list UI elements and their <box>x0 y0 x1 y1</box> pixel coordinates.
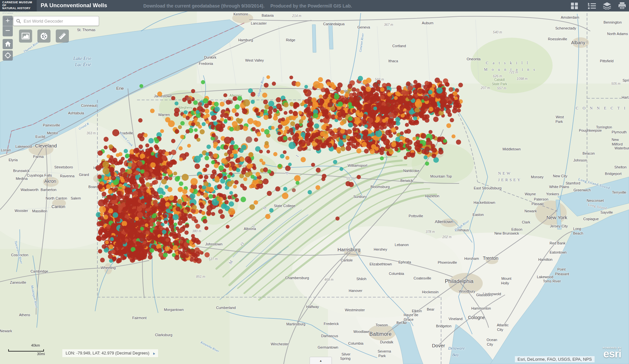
locate-button[interactable] <box>3 50 13 61</box>
draw-tool-button[interactable] <box>37 29 51 43</box>
zoom-out-button[interactable]: − <box>3 26 13 36</box>
layers-icon <box>602 2 612 10</box>
page-title: PA Unconventional Wells <box>41 2 107 9</box>
legend-button[interactable] <box>587 2 597 10</box>
app-header: CARNEGIE MUSEUM OF NATURAL HISTORY ONE O… <box>0 0 629 11</box>
plus-icon: + <box>6 16 10 25</box>
up-arrow-icon: ▲ <box>319 359 322 362</box>
scale-mi-label: 30mi <box>37 352 45 356</box>
wells-layer[interactable] <box>0 0 629 364</box>
scale-bar-line <box>8 349 44 352</box>
legend-icon <box>587 2 597 10</box>
measure-ruler-icon <box>58 32 67 40</box>
pa-wells-map-app: { "header": { "logo_line1": "CARNEGIE MU… <box>0 0 629 364</box>
coordinate-readout: LON: -79.949, LAT: 42.979 (Decimal Degre… <box>62 349 158 357</box>
locate-crosshair-icon <box>5 52 11 59</box>
attribution-expander-button[interactable]: ▲ <box>310 357 332 364</box>
header-subtitle: Download the current geodatabase (throug… <box>143 3 356 9</box>
logo-line2: NATURAL HISTORY <box>2 7 37 10</box>
print-icon <box>617 2 627 10</box>
basemap-grid-icon <box>570 2 579 10</box>
print-button[interactable] <box>617 2 627 10</box>
zoom-in-button[interactable]: + <box>3 16 13 26</box>
logo-line1: CARNEGIE MUSEUM OF <box>2 1 37 7</box>
coordinates-text: LON: -79.949, LAT: 42.979 (Decimal Degre… <box>66 351 149 355</box>
scale-km-label: 40km <box>31 343 40 347</box>
draw-palette-icon <box>40 32 48 40</box>
logo-tagline: ONE OF THE FOUR CARNEGIE MUSEUMS OF PITT… <box>2 11 30 14</box>
measure-tool-button[interactable] <box>56 29 69 43</box>
search-icon <box>16 19 21 24</box>
home-button[interactable] <box>3 39 13 49</box>
search-box <box>13 16 99 26</box>
basemap-gallery-button[interactable] <box>570 2 579 10</box>
download-geodatabase-link[interactable]: Download the current geodatabase (throug… <box>143 3 265 9</box>
search-input[interactable] <box>23 18 99 24</box>
coordinate-locate-arrow-icon[interactable]: ▲ <box>151 351 156 356</box>
home-icon <box>5 41 11 47</box>
chart-icon <box>21 32 30 40</box>
layers-button[interactable] <box>602 2 612 10</box>
carnegie-museum-logo: CARNEGIE MUSEUM OF NATURAL HISTORY ONE O… <box>0 0 37 11</box>
map-attribution: Esri, DeLorme, FAO, USGS, EPA, NPS <box>515 356 595 362</box>
esri-wordmark: esri <box>603 349 622 359</box>
esri-logo: POWERED BY esri <box>603 347 622 359</box>
minus-icon: − <box>5 26 10 35</box>
produced-by-text: Produced by the Powdermill GIS Lab. <box>270 3 352 9</box>
chart-tool-button[interactable] <box>19 29 32 43</box>
